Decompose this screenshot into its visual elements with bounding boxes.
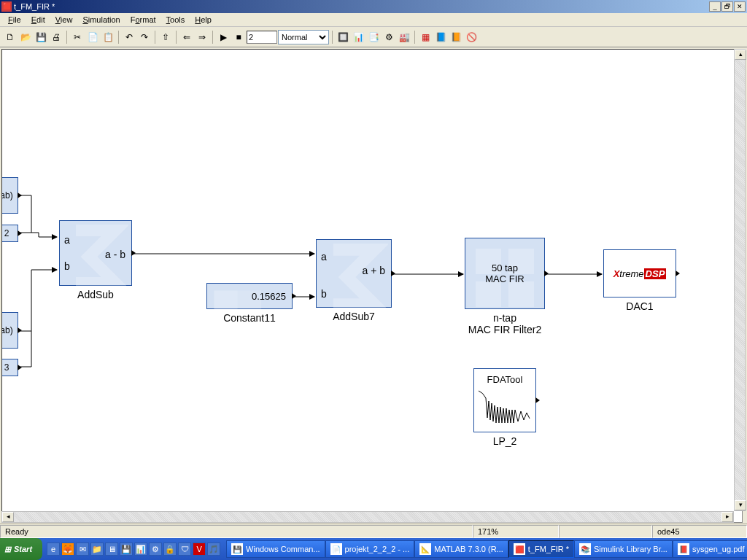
menubar: File Edit View Simulation Format Tools H…: [0, 13, 747, 27]
constant-value: 0.15625: [252, 291, 286, 302]
task-btn-5[interactable]: 📕sysgen_ug.pdf - F...: [673, 540, 747, 558]
tool-icon-8[interactable]: 📙: [449, 30, 463, 44]
macfir-text2: MAC FIR: [485, 273, 524, 284]
minimize-button[interactable]: _: [709, 1, 721, 12]
step-input[interactable]: [247, 31, 277, 44]
tool-icon-9[interactable]: 🚫: [464, 30, 479, 44]
vertical-scrollbar[interactable]: ▴▾: [734, 49, 746, 511]
svg-rect-0: [214, 290, 237, 314]
tool-icon-7[interactable]: 📘: [433, 30, 448, 44]
menu-edit[interactable]: Edit: [26, 14, 50, 26]
task-btn-4[interactable]: 📚Simulink Library Br...: [574, 540, 673, 558]
svg-rect-5: [508, 281, 534, 307]
tool-icon-3[interactable]: 📑: [366, 30, 381, 44]
toolbar: 🗋 📂 💾 🖨 ✂ 📄 📋 ↶ ↷ ⇧ ⇐ ⇒ ▶ ■ Normal 🔲 📊 📑…: [0, 27, 747, 47]
ql-icon-d[interactable]: 🛡: [178, 542, 191, 556]
print-icon[interactable]: 🖨: [49, 30, 63, 44]
tool-icon-1[interactable]: 🔲: [336, 30, 350, 44]
canvas-area: ab) 2 ab) 3 a b a - b AddSub 0.15625: [0, 47, 747, 524]
ql-icon-f[interactable]: 🎵: [207, 542, 220, 556]
partial-block-2: 2: [4, 228, 9, 238]
copy-icon[interactable]: 📄: [85, 30, 100, 44]
tool-icon-2[interactable]: 📊: [351, 30, 365, 44]
task-buttons: 💾Windows Comman... 📄projekt_2_2_2 - ... …: [225, 540, 747, 558]
start-button[interactable]: ⊞Start: [0, 538, 42, 560]
ql-icon-folder[interactable]: 📁: [90, 542, 104, 556]
tool-icon-4[interactable]: ⚙: [382, 30, 396, 44]
cut-icon[interactable]: ✂: [70, 30, 85, 44]
svg-rect-4: [476, 281, 501, 307]
block-macfir[interactable]: 50 tap MAC FIR n-tap MAC FIR Filter2: [465, 238, 545, 335]
block-label: LP_2: [473, 435, 536, 447]
task-btn-2[interactable]: 📐MATLAB 7.3.0 (R...: [414, 540, 508, 558]
ql-icon-c[interactable]: 🔒: [163, 542, 177, 556]
block-label: DAC1: [603, 300, 676, 312]
taskbar: ⊞Start e 🦊 ✉ 📁 🖥 💾 📊 ⚙ 🔒 🛡 V 🎵 💾Windows …: [0, 538, 747, 560]
horizontal-scrollbar[interactable]: ◂▸: [1, 511, 734, 523]
block-label: AddSub: [59, 289, 132, 300]
ql-icon-desktop[interactable]: 🖥: [105, 542, 118, 556]
ql-icon-b[interactable]: ⚙: [149, 542, 162, 556]
titlebar: 🟥 t_FM_FIR * _ 🗗 ✕: [0, 0, 747, 13]
app-icon: 🟥: [1, 1, 12, 12]
undo-icon[interactable]: ↶: [122, 30, 136, 44]
macfir-text1: 50 tap: [492, 262, 518, 273]
task-btn-1[interactable]: 📄projekt_2_2_2 - ...: [325, 540, 415, 558]
status-blank: [559, 525, 652, 538]
menu-view[interactable]: View: [50, 14, 78, 26]
open-icon[interactable]: 📂: [18, 30, 33, 44]
fdatool-text: FDATool: [487, 374, 523, 385]
ql-icon-a[interactable]: 📊: [134, 542, 147, 556]
block-label: AddSub7: [316, 311, 392, 322]
paste-icon[interactable]: 📋: [101, 30, 115, 44]
status-zoom: 171%: [473, 525, 559, 538]
window-title: t_FM_FIR *: [14, 2, 709, 11]
mode-select[interactable]: Normal: [278, 30, 329, 44]
partial-block-3: 3: [4, 362, 9, 373]
block-label-2: MAC FIR Filter2: [465, 324, 545, 335]
partial-block-ab1: ab): [1, 190, 13, 201]
partial-block-ab2: ab): [1, 325, 13, 335]
ql-icon-e[interactable]: V: [193, 542, 206, 556]
tool-icon-5[interactable]: 🏭: [397, 30, 411, 44]
back-icon[interactable]: ⇐: [179, 30, 194, 44]
ql-icon-firefox[interactable]: 🦊: [61, 542, 74, 556]
menu-file[interactable]: File: [3, 14, 26, 26]
model-canvas[interactable]: ab) 2 ab) 3 a b a - b AddSub 0.15625: [1, 49, 743, 523]
block-fdatool[interactable]: FDATool LP_2: [473, 368, 536, 447]
block-addsub7[interactable]: a b a + b AddSub7: [316, 239, 392, 322]
task-btn-3[interactable]: 🟥t_FM_FIR *: [508, 540, 574, 558]
task-btn-0[interactable]: 💾Windows Comman...: [226, 540, 325, 558]
forward-icon[interactable]: ⇒: [195, 30, 209, 44]
save-icon[interactable]: 💾: [34, 30, 48, 44]
play-icon[interactable]: ▶: [216, 30, 231, 44]
block-addsub[interactable]: a b a - b AddSub: [59, 220, 132, 300]
statusbar: Ready 171% ode45: [0, 524, 747, 538]
close-button[interactable]: ✕: [734, 1, 746, 12]
menu-format[interactable]: Format: [125, 14, 161, 26]
new-icon[interactable]: 🗋: [3, 30, 18, 44]
quick-launch: e 🦊 ✉ 📁 🖥 💾 📊 ⚙ 🔒 🛡 V 🎵: [42, 542, 225, 556]
block-constant11[interactable]: 0.15625 Constant11: [206, 283, 293, 324]
menu-tools[interactable]: Tools: [161, 14, 190, 26]
redo-icon[interactable]: ↷: [137, 30, 152, 44]
maximize-button[interactable]: 🗗: [721, 1, 733, 12]
stop-icon[interactable]: ■: [231, 30, 246, 44]
status-solver: ode45: [652, 525, 747, 538]
menu-help[interactable]: Help: [190, 14, 217, 26]
ql-icon-mail[interactable]: ✉: [76, 542, 89, 556]
ql-icon-save[interactable]: 💾: [120, 542, 133, 556]
menu-simulation[interactable]: Simulation: [77, 14, 125, 26]
ql-icon-ie[interactable]: e: [47, 542, 60, 556]
nav-up-icon[interactable]: ⇧: [158, 30, 173, 44]
tool-icon-6[interactable]: ▦: [418, 30, 433, 44]
block-dac1[interactable]: XtremeDSP DAC1: [603, 249, 676, 312]
status-ready: Ready: [0, 525, 473, 538]
